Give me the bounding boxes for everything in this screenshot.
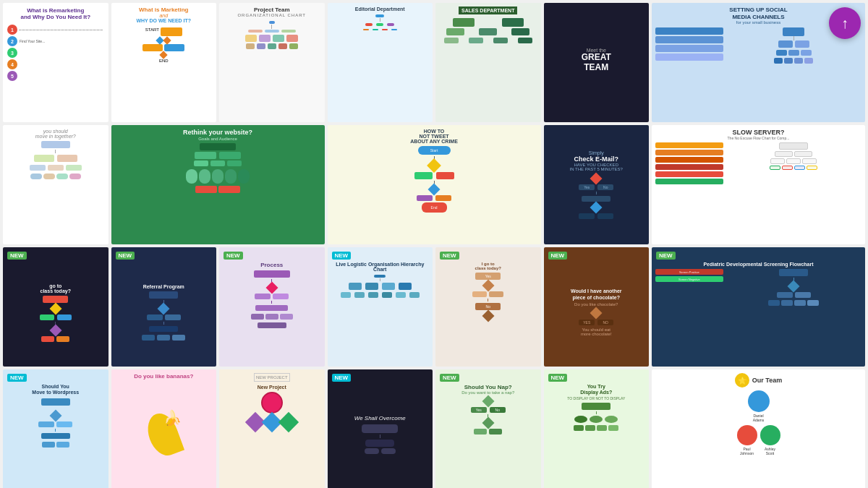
card-8-title: you shouldmove in together?	[35, 129, 76, 139]
card-wordpress[interactable]: NEW Should YouMove to Wordpress	[3, 369, 109, 488]
card-1-title: What is Remarketingand Why Do You Need I…	[20, 7, 90, 20]
card-pediatric[interactable]: NEW Pediatric Developmental Screening Fl…	[652, 247, 865, 367]
gallery-grid: What is Remarketingand Why Do You Need I…	[0, 0, 868, 488]
new-badge-wordpress: NEW	[7, 374, 27, 382]
card-22-title: New Project	[258, 385, 286, 390]
card-referral[interactable]: NEW Referral Program	[111, 247, 217, 367]
card-3-title: Project Team	[254, 7, 290, 13]
card-13-title: go toclass today?	[41, 283, 71, 294]
card-overcome[interactable]: NEW We Shall Overcome	[328, 369, 433, 488]
card-17-title: I go toclass today?	[475, 262, 501, 270]
card-26-title: Our Team	[752, 377, 782, 384]
card-16-title: Live Logistic Organisation Hierarchy Cha…	[331, 262, 430, 272]
card-editorial[interactable]: Editorial Department	[328, 3, 433, 122]
card-marketing[interactable]: What is Marketing and WHY DO WE NEED IT?…	[111, 3, 217, 122]
new-badge-class2: NEW	[440, 252, 459, 260]
card-our-team[interactable]: ⭐ Our Team DanielAdams PaulJohnson	[652, 369, 865, 488]
card-logistic-org[interactable]: NEW Live Logistic Organisation Hierarchy…	[328, 247, 433, 367]
card-25-title: You TryDisplay Ads?	[580, 384, 612, 396]
card-project-team[interactable]: Project Team ORGANIZATIONAL CHART	[219, 3, 325, 122]
card-10-title: HOW TONOT TWEETABOUT ANY CRIME	[410, 129, 458, 144]
card-new-project[interactable]: NEW PROJECT New Project	[219, 369, 325, 488]
card-chocolate[interactable]: NEW Would I have anotherpiece of chocola…	[544, 247, 650, 367]
card-19-title: Pediatric Developmental Screening Flowch…	[703, 262, 813, 267]
card-rethink-website[interactable]: Rethink your website? Goals and Audience	[111, 125, 325, 244]
card-7-title: SETTING UP SOCIALMEDIA CHANNELS	[729, 7, 787, 20]
card-11-subtitle: Simply	[589, 150, 604, 155]
card-20-title: Should YouMove to Wordpress	[32, 384, 79, 396]
card-11-title: Check E-Mail?	[574, 155, 618, 163]
card-9-title: Rethink your website?	[183, 129, 252, 137]
card-check-email[interactable]: Simply Check E-Mail? HAVE YOU CHECKEDIN …	[544, 125, 650, 244]
card-23-title: We Shall Overcome	[354, 415, 406, 421]
new-badge-process: NEW	[224, 252, 243, 260]
card-slow-server[interactable]: SLOW SERVER? The No Excuse Flow Chart fo…	[652, 125, 865, 244]
new-badge-chocolate: NEW	[548, 252, 568, 260]
card-remarketing[interactable]: What is Remarketingand Why Do You Need I…	[3, 3, 109, 122]
card-5-title: SALES DEPARTMENT	[459, 7, 517, 14]
card-12-title: SLOW SERVER?	[733, 129, 785, 136]
card-move-together[interactable]: you shouldmove in together?	[3, 125, 109, 244]
new-badge-pediatric: NEW	[656, 252, 676, 260]
card-great-team[interactable]: Meet the GREATTEAM	[544, 3, 650, 122]
card-6-title: GREATTEAM	[582, 53, 611, 72]
new-badge-ads: NEW	[548, 374, 568, 382]
card-process[interactable]: NEW Process	[219, 247, 325, 367]
card-display-ads[interactable]: NEW You TryDisplay Ads? TO DISPLAY OR NO…	[544, 369, 650, 488]
card-class-2[interactable]: NEW I go toclass today? Yes No	[435, 247, 541, 367]
new-badge-overcome: NEW	[332, 374, 352, 382]
card-class-today[interactable]: NEW go toclass today?	[3, 247, 109, 367]
card-tweet[interactable]: HOW TONOT TWEETABOUT ANY CRIME Start End	[328, 125, 541, 244]
new-badge-referral: NEW	[116, 252, 135, 260]
card-2-title: What is Marketing	[139, 7, 188, 13]
new-badge-logistic: NEW	[332, 252, 352, 260]
card-21-title: Do you like bananas?	[134, 373, 193, 380]
card-sales[interactable]: SALES DEPARTMENT	[435, 3, 541, 122]
card-14-title: Referral Program	[143, 284, 184, 289]
card-nap[interactable]: NEW Should You Nap? Do you want to take …	[435, 369, 541, 488]
upload-button[interactable]: ↑	[829, 7, 861, 39]
card-15-title: Process	[260, 262, 283, 268]
card-18-title: Would I have anotherpiece of chocolate?	[571, 288, 622, 301]
card-24-title: Should You Nap?	[464, 384, 512, 390]
card-4-title: Editorial Department	[355, 7, 405, 12]
new-badge-nap: NEW	[440, 374, 459, 382]
card-bananas[interactable]: Do you like bananas? 🍌	[111, 369, 217, 488]
card-22-new-label: NEW PROJECT	[254, 373, 290, 382]
new-badge-class: NEW	[7, 252, 27, 260]
